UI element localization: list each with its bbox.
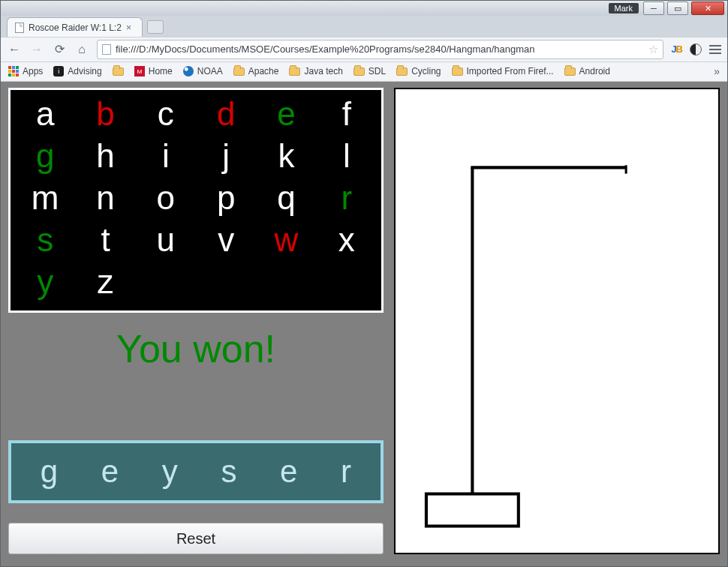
bookmark-favicon: M <box>134 66 145 76</box>
page-icon <box>102 44 111 55</box>
letter-f[interactable]: f <box>317 93 377 135</box>
apps-icon <box>8 66 19 76</box>
folder-icon <box>353 68 365 76</box>
folder-icon <box>113 68 124 76</box>
word-letter: y <box>162 454 178 490</box>
word-letter: s <box>221 454 236 490</box>
letter-e[interactable]: e <box>256 93 316 135</box>
word-letter: e <box>280 454 297 490</box>
letter-i[interactable]: i <box>136 135 196 177</box>
apps-label: Apps <box>23 66 43 76</box>
forward-button[interactable]: → <box>29 42 44 57</box>
bookmark-item[interactable]: MHome <box>134 66 173 76</box>
alphabet-panel: abcdefghijklmnopqrstuvwxyz <box>8 88 384 313</box>
svg-rect-0 <box>426 494 519 526</box>
bookmark-label: Home <box>149 66 173 76</box>
word-letter: r <box>341 454 351 490</box>
letter-n[interactable]: n <box>75 177 135 219</box>
letter-m[interactable]: m <box>15 177 75 219</box>
window-close-button[interactable]: ✕ <box>691 2 724 15</box>
letter-l[interactable]: l <box>317 135 377 177</box>
bookmark-folder[interactable]: Advising <box>113 68 124 76</box>
letter-y[interactable]: y <box>15 261 75 303</box>
window-maximize-button[interactable]: ▭ <box>667 2 688 15</box>
bookmark-item[interactable]: NOAA <box>183 66 223 76</box>
bookmark-item[interactable]: Imported From Firef... <box>452 66 554 76</box>
tab-title: Roscoe Raider W:1 L:2 <box>29 22 122 33</box>
letter-h[interactable]: h <box>75 135 135 177</box>
apps-shortcut[interactable]: Apps <box>8 66 43 76</box>
new-tab-button[interactable] <box>147 20 164 34</box>
game-status-message: You won! <box>8 326 384 371</box>
document-icon <box>15 22 24 33</box>
folder-icon <box>289 68 300 76</box>
letter-w[interactable]: w <box>256 219 316 261</box>
bookmark-favicon <box>183 66 194 76</box>
word-letter: e <box>101 454 119 490</box>
reset-button[interactable]: Reset <box>8 523 384 554</box>
bookmark-star-icon[interactable]: ☆ <box>648 43 658 56</box>
bookmark-label: Java tech <box>304 66 342 76</box>
letter-v[interactable]: v <box>196 219 256 261</box>
letter-z[interactable]: z <box>75 261 135 303</box>
tab-close-icon[interactable]: × <box>126 22 132 33</box>
game-left-column: abcdefghijklmnopqrstuvwxyz You won! geys… <box>8 88 384 554</box>
alphabet-grid: abcdefghijklmnopqrstuvwxyz <box>15 93 377 303</box>
letter-s[interactable]: s <box>15 219 75 261</box>
layout-spacer <box>8 379 384 440</box>
user-badge[interactable]: Mark <box>609 3 639 14</box>
bookmark-item[interactable]: SDL <box>353 66 386 76</box>
bookmark-label: Android <box>579 66 610 76</box>
letter-g[interactable]: g <box>15 135 75 177</box>
page-viewport: abcdefghijklmnopqrstuvwxyz You won! geys… <box>1 82 727 566</box>
letter-b[interactable]: b <box>75 93 135 135</box>
bookmark-item[interactable]: Cycling <box>396 66 441 76</box>
word-reveal-panel: geyser <box>8 440 384 503</box>
browser-tab[interactable]: Roscoe Raider W:1 L:2 × <box>7 17 143 37</box>
bookmark-item[interactable]: Java tech <box>289 66 342 76</box>
bookmark-label: Cycling <box>411 66 441 76</box>
address-bar[interactable]: file:///D:/MyDocs/Documents/MSOE/Courses… <box>97 40 663 59</box>
window-titlebar: Mark ─ ▭ ✕ <box>1 1 727 16</box>
reset-button-label: Reset <box>176 530 215 548</box>
letter-c[interactable]: c <box>136 93 196 135</box>
letter-a[interactable]: a <box>15 93 75 135</box>
letter-o[interactable]: o <box>136 177 196 219</box>
bookmarks-bar: Apps i Advising Advising MHomeNOAAApache… <box>1 62 727 82</box>
letter-u[interactable]: u <box>136 219 196 261</box>
extension-jb-icon[interactable]: JB <box>671 44 682 55</box>
bookmark-item[interactable]: Apache <box>233 66 279 76</box>
browser-toolbar: ← → ⟳ ⌂ file:///D:/MyDocs/Documents/MSOE… <box>1 37 727 62</box>
url-text: file:///D:/MyDocs/Documents/MSOE/Courses… <box>116 44 644 55</box>
bookmark-label: Imported From Firef... <box>467 66 554 76</box>
os-window: Mark ─ ▭ ✕ Roscoe Raider W:1 L:2 × ← → ⟳… <box>0 0 728 567</box>
hangman-svg <box>396 89 718 553</box>
bookmark-item[interactable]: Android <box>564 66 610 76</box>
bookmark-label: Advising <box>68 66 101 76</box>
folder-icon <box>396 68 408 76</box>
folder-icon <box>452 68 463 76</box>
letter-q[interactable]: q <box>256 177 316 219</box>
game-right-column <box>394 88 720 554</box>
letter-j[interactable]: j <box>196 135 256 177</box>
letter-d[interactable]: d <box>196 93 256 135</box>
extension-contrast-icon[interactable] <box>690 44 702 56</box>
hangman-canvas <box>394 88 720 554</box>
letter-r[interactable]: r <box>317 177 377 219</box>
reload-button[interactable]: ⟳ <box>52 42 67 57</box>
bookmark-label: SDL <box>369 66 386 76</box>
window-minimize-button[interactable]: ─ <box>643 2 664 15</box>
bookmark-label: Apache <box>248 66 279 76</box>
bookmark-overflow-button[interactable]: » <box>714 65 720 77</box>
letter-x[interactable]: x <box>317 219 377 261</box>
back-button[interactable]: ← <box>7 42 22 57</box>
letter-t[interactable]: t <box>75 219 135 261</box>
bookmark-label: NOAA <box>197 66 223 76</box>
home-button[interactable]: ⌂ <box>74 42 89 57</box>
bookmark-favicon: i <box>53 66 64 76</box>
bookmark-item[interactable]: i Advising <box>53 66 101 76</box>
browser-menu-button[interactable] <box>709 45 721 54</box>
letter-p[interactable]: p <box>196 177 256 219</box>
tab-strip: Roscoe Raider W:1 L:2 × <box>1 16 727 37</box>
letter-k[interactable]: k <box>256 135 316 177</box>
